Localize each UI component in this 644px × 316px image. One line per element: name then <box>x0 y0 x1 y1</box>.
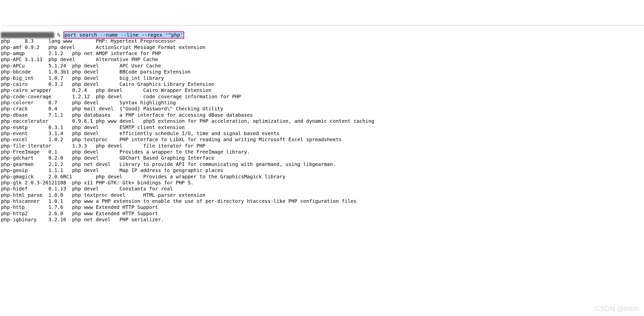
package-description: PHP: Hypertext Preprocessor <box>96 38 176 44</box>
package-version: 2.0.3-20121108 <box>25 180 72 186</box>
package-row: php-igbinary 3.2.16 php net devel PHP se… <box>1 217 644 223</box>
package-name: php-crack <box>1 106 48 112</box>
package-name: php-colorer <box>1 100 48 106</box>
package-categories: php devel <box>72 155 120 161</box>
package-name: php-igbinary <box>1 217 48 223</box>
package-description: Constants for real <box>120 186 173 192</box>
package-categories: php www <box>72 211 96 216</box>
package-description: APC User Cache <box>120 63 161 69</box>
package-version: 1.7.6 <box>48 204 72 210</box>
package-version: 3.1.4 <box>48 131 72 136</box>
package-name: php-APCu <box>1 63 48 69</box>
package-row: php-APCu 5.1.24 php devel APC User Cache <box>1 63 644 69</box>
package-description: HTML parser extension <box>143 192 206 198</box>
package-row: php-file-iterator 1.3.3 php devel file i… <box>1 143 644 149</box>
package-name: php-gdchart <box>1 155 48 161</box>
package-categories: php databases <box>72 112 120 118</box>
prompt-symbol: % <box>54 32 63 38</box>
window-rule <box>1 25 644 26</box>
package-categories: php devel <box>72 75 120 81</box>
package-name: php-FreeImage <box>1 149 48 155</box>
package-categories: php devel <box>96 87 143 93</box>
package-version: 1.0.1 <box>48 198 72 204</box>
package-version: 5.1.24 <box>48 63 72 69</box>
package-name: php-amf <box>1 44 25 50</box>
package-version: 0.9.2 <box>25 44 48 50</box>
package-description: Library to provide API for communicating… <box>120 161 336 167</box>
package-description: PHP interface to LibXL for reading and w… <box>120 137 342 142</box>
package-categories: php devel <box>72 125 120 130</box>
package-description: PHP-GTK: Gtk+ bindings for PHP 5. <box>96 180 194 186</box>
watermark-text: CSDN @tekin <box>595 304 639 313</box>
package-row: php-http 1.7.6 php www Extended HTTP Sup… <box>1 204 644 210</box>
package-row: php-code-coverage 1.2.12 php devel code … <box>1 94 644 100</box>
package-name: php-http2 <box>1 211 48 216</box>
package-description: big_int library <box>120 75 164 81</box>
terminal-output[interactable]: t▓▓▓▓▓▓▓▓▓▓▓▓▓▓▓▓▓ % port search --name … <box>1 32 644 223</box>
package-name: php <box>1 38 25 44</box>
package-row: php-event 3.1.4 php devel efficiently sc… <box>1 131 644 137</box>
package-categories: php devel <box>72 81 120 87</box>
package-description: Provides a wrapper to the GraphicsMagick… <box>143 174 286 180</box>
package-categories: php devel <box>72 167 120 173</box>
package-row: php-excel 1.0.2 php textproc PHP interfa… <box>1 137 644 143</box>
package-categories: php devel <box>72 186 120 192</box>
package-row: php-cairo 0.3.2 php devel Cairo Graphics… <box>1 81 644 87</box>
command-text[interactable]: port search --name --line --regex '^php' <box>63 31 184 39</box>
package-description: a PHP extension to enable the use of per… <box>96 198 357 204</box>
package-categories: php devel <box>48 44 96 50</box>
package-row: php-http2 2.6.0 php www Extended HTTP Su… <box>1 211 644 217</box>
package-version: 0.4 <box>48 106 72 112</box>
package-row: php-esmtp 0.3.1 php devel ESMTP client e… <box>1 125 644 131</box>
package-version: 1.0.3b1 <box>48 69 72 75</box>
package-name: php-bbcode <box>1 69 48 75</box>
package-description: ESMTP client extension <box>120 125 185 130</box>
package-version: 2.1.2 <box>48 51 72 56</box>
package-categories: php devel <box>72 100 120 106</box>
package-row: php-APC 3.1.13 php devel Alternative PHP… <box>1 57 644 63</box>
package-description: Map IP address to geographic places <box>120 167 223 173</box>
package-name: php-dbase <box>1 112 48 118</box>
package-name: php-excel <box>1 137 48 142</box>
package-categories: php devel <box>72 149 120 155</box>
package-name: php-amqp <box>1 51 48 56</box>
package-version: 3.1.13 <box>25 57 48 62</box>
package-row: php-amqp 2.1.2 php net AMQP interface fo… <box>1 51 644 57</box>
package-row: php-eaccelerator 0.9.6.1 php www devel p… <box>1 118 644 124</box>
package-version: 0.1 <box>48 149 72 155</box>
package-row: php-FreeImage 0.1 php devel Provides a w… <box>1 149 644 155</box>
package-row: php-dbase 7.1.1 php databases a PHP inte… <box>1 112 644 118</box>
package-description: php5 extension for PHP acceleration, opt… <box>143 118 374 124</box>
package-version: 1.0.2 <box>48 137 72 142</box>
redacted-user-host: t▓▓▓▓▓▓▓▓▓▓▓▓▓▓▓▓▓ <box>1 32 54 38</box>
package-name: php-htscanner <box>1 198 48 204</box>
package-name: php-file-iterator <box>1 143 72 149</box>
prompt-line: t▓▓▓▓▓▓▓▓▓▓▓▓▓▓▓▓▓ % port search --name … <box>1 32 644 38</box>
package-categories: php devel <box>48 57 96 62</box>
package-description: Syntax highlighting <box>120 100 176 106</box>
package-description: AMQP interface for PHP <box>96 51 161 56</box>
package-version: 1.3.3 <box>72 143 96 149</box>
package-description: efficiently schedule I/O, time and signa… <box>120 131 280 136</box>
package-version: 0.9.6.1 <box>72 118 96 124</box>
package-description: BBCode parsing Extension <box>120 69 191 75</box>
package-description: {"Good} Password\" Checking Utility <box>120 106 223 112</box>
package-row: php-gdchart 0.2.0 php devel GDChart Base… <box>1 155 644 161</box>
package-name: php-big_int <box>1 75 48 81</box>
package-row: php-bbcode 1.0.3b1 php devel BBCode pars… <box>1 69 644 75</box>
package-version: 0.7 <box>48 100 72 106</box>
package-version: 2.1.2 <box>48 161 72 167</box>
package-name: php-geoip <box>1 167 48 173</box>
package-name: php-event <box>1 131 48 136</box>
package-version: 1.1.1 <box>48 167 72 173</box>
package-version: 3.2.16 <box>48 217 72 223</box>
package-version: 0.3.1 <box>48 125 72 130</box>
package-description: Alternative PHP Cache <box>96 57 158 62</box>
package-name: php-cairo <box>1 81 48 87</box>
package-description: code coverage information for PHP <box>143 94 241 100</box>
package-categories: php mail devel <box>72 106 120 112</box>
package-name: php-gearman <box>1 161 48 167</box>
package-categories: php devel <box>96 174 143 180</box>
package-row: php-cairo_wrapper 0.2.4 php devel Cairo … <box>1 87 644 93</box>
package-categories: php textproc devel <box>72 192 143 198</box>
